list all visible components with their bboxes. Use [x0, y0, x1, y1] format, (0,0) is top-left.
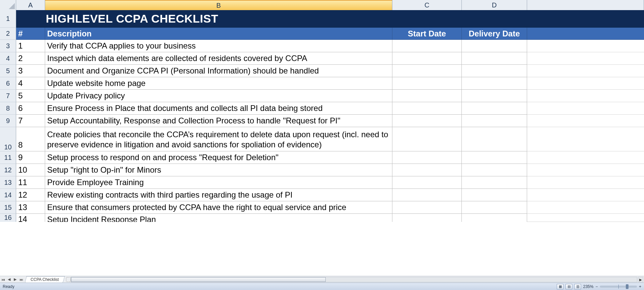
cell-start-date[interactable] [392, 115, 462, 127]
cell-start-date[interactable] [392, 77, 462, 90]
cell-start-date[interactable] [392, 214, 462, 222]
row-header-2[interactable]: 2 [0, 28, 16, 40]
cell-num[interactable]: 6 [16, 102, 45, 115]
header-delivery-date[interactable]: Delivery Date [462, 28, 527, 40]
col-header-D[interactable]: D [462, 0, 527, 10]
view-page-break-icon[interactable]: ▥ [574, 284, 581, 289]
view-normal-icon[interactable]: ▦ [557, 284, 564, 289]
cell-start-date[interactable] [392, 65, 462, 77]
cell-num[interactable]: 1 [16, 40, 45, 52]
tab-last-icon[interactable]: ⏭ [18, 277, 24, 283]
zoom-out-icon[interactable]: − [595, 284, 598, 289]
cell-num[interactable]: 2 [16, 52, 45, 65]
cell-delivery-date[interactable] [462, 189, 527, 201]
cell-description[interactable]: Update Privacy policy [45, 90, 392, 102]
cell-start-date[interactable] [392, 164, 462, 176]
view-page-layout-icon[interactable]: ▤ [566, 284, 572, 289]
cell-description[interactable]: Provide Employee Training [45, 176, 392, 189]
tab-next-icon[interactable]: ▶ [12, 277, 18, 283]
cell-description[interactable]: Verify that CCPA applies to your busines… [45, 40, 392, 52]
cell-num[interactable]: 3 [16, 65, 45, 77]
cell-description[interactable]: Ensure Process in Place that documents a… [45, 102, 392, 115]
cell-delivery-date[interactable] [462, 102, 527, 115]
zoom-in-icon[interactable]: + [639, 284, 641, 289]
cell-delivery-date[interactable] [462, 127, 527, 151]
tab-first-icon[interactable]: ⏮ [0, 277, 6, 283]
header-start-date[interactable]: Start Date [392, 28, 462, 40]
cell-description[interactable]: Update website home page [45, 77, 392, 90]
cell-delivery-date[interactable] [462, 90, 527, 102]
zoom-slider[interactable] [600, 286, 637, 288]
horizontal-scroll-thumb[interactable] [71, 277, 326, 282]
horizontal-scrollbar[interactable] [71, 277, 637, 282]
row-header-10[interactable]: 10 [0, 127, 16, 151]
cell-delivery-date[interactable] [462, 201, 527, 214]
cell-num[interactable]: 7 [16, 115, 45, 127]
cell-start-date[interactable] [392, 176, 462, 189]
cell-description[interactable]: Inspect which data elements are collecte… [45, 52, 392, 65]
cell-num[interactable]: 12 [16, 189, 45, 201]
cell-start-date[interactable] [392, 52, 462, 65]
cell-start-date[interactable] [392, 127, 462, 151]
col-header-A[interactable]: A [16, 0, 45, 10]
cell-start-date[interactable] [392, 151, 462, 164]
cell-description[interactable]: Setup process to respond on and process … [45, 151, 392, 164]
row-header-3[interactable]: 3 [0, 40, 16, 52]
cell-delivery-date[interactable] [462, 214, 527, 222]
cell-num[interactable]: 5 [16, 90, 45, 102]
select-all-triangle[interactable] [0, 0, 16, 10]
cell-delivery-date[interactable] [462, 151, 527, 164]
cell-delivery-date[interactable] [462, 176, 527, 189]
cell-description[interactable]: Setup Accountability, Response and Colle… [45, 115, 392, 127]
cell-start-date[interactable] [392, 90, 462, 102]
cell-num[interactable]: 13 [16, 201, 45, 214]
row-header-6[interactable]: 6 [0, 77, 16, 90]
cell-delivery-date[interactable] [462, 65, 527, 77]
cell-description[interactable]: Create policies that reconcile the CCPA’… [45, 127, 392, 151]
header-description[interactable]: Description [45, 28, 392, 40]
cell-description[interactable]: Ensure that consumers protected by CCPA … [45, 201, 392, 214]
cell-description[interactable]: Review existing contracts with third par… [45, 189, 392, 201]
row-header-1[interactable]: 1 [0, 10, 16, 28]
row-header-14[interactable]: 14 [0, 189, 16, 201]
insert-sheet-icon[interactable] [66, 277, 71, 282]
row-header-9[interactable]: 9 [0, 115, 16, 127]
row-header-5[interactable]: 5 [0, 65, 16, 77]
tab-prev-icon[interactable]: ◀ [6, 277, 12, 283]
cell-delivery-date[interactable] [462, 115, 527, 127]
row-header-12[interactable]: 12 [0, 164, 16, 176]
cell-start-date[interactable] [392, 201, 462, 214]
cell-description[interactable]: Setup Incident Response Plan [45, 214, 392, 222]
cell-num[interactable]: 9 [16, 151, 45, 164]
cell-delivery-date[interactable] [462, 52, 527, 65]
grid-area[interactable]: 1 HIGHLEVEL CCPA CHECKLIST 2 # Descripti… [0, 10, 644, 276]
row-header-7[interactable]: 7 [0, 90, 16, 102]
row-header-16[interactable]: 16 [0, 214, 16, 222]
row-header-11[interactable]: 11 [0, 151, 16, 164]
cell-start-date[interactable] [392, 102, 462, 115]
cell-delivery-date[interactable] [462, 164, 527, 176]
row-header-8[interactable]: 8 [0, 102, 16, 115]
zoom-thumb[interactable] [626, 284, 629, 289]
cell-description[interactable]: Setup "right to Op-in" for Minors [45, 164, 392, 176]
col-header-C[interactable]: C [392, 0, 462, 10]
cell-delivery-date[interactable] [462, 77, 527, 90]
title-cell[interactable]: HIGHLEVEL CCPA CHECKLIST [16, 10, 644, 28]
row-header-13[interactable]: 13 [0, 176, 16, 189]
cell-start-date[interactable] [392, 189, 462, 201]
cell-start-date[interactable] [392, 40, 462, 52]
col-header-B[interactable]: B [45, 0, 392, 10]
cell-num[interactable]: 14 [16, 214, 45, 222]
sheet-tab-active[interactable]: CCPA Checklist [25, 276, 65, 283]
cell-num[interactable]: 8 [16, 127, 45, 151]
cell-num[interactable]: 4 [16, 77, 45, 90]
cell-description[interactable]: Document and Organize CCPA PI (Personal … [45, 65, 392, 77]
column-header-row: A B C D [0, 0, 644, 10]
cell-num[interactable]: 11 [16, 176, 45, 189]
row-header-15[interactable]: 15 [0, 201, 16, 214]
scroll-right-icon[interactable]: ▶ [638, 277, 643, 282]
row-header-4[interactable]: 4 [0, 52, 16, 65]
cell-delivery-date[interactable] [462, 40, 527, 52]
header-num[interactable]: # [16, 28, 45, 40]
cell-num[interactable]: 10 [16, 164, 45, 176]
